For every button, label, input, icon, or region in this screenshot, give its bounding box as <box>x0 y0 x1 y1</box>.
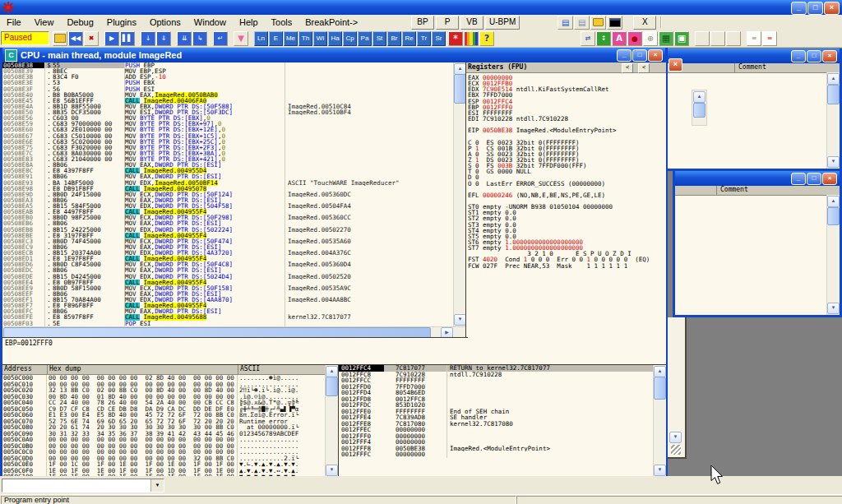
disasm-row[interactable]: 00508E59.C683 97000000 00MOV BYTE PTR DS… <box>2 121 453 127</box>
letter-a-icon[interactable]: A <box>612 31 627 46</box>
pane-button-ln[interactable]: Ln <box>254 31 268 46</box>
stack-row[interactable]: 0012FFE47C839AD8SE handler <box>339 414 666 421</box>
minimize-button[interactable]: _ <box>791 173 806 185</box>
scrollbar-thumb[interactable] <box>693 103 706 118</box>
console-icon[interactable] <box>607 16 622 30</box>
menu-item-options[interactable]: Options <box>143 16 187 29</box>
disasm-row[interactable]: 00508E60.C683 2E010000 00MOV BYTE PTR DS… <box>2 127 453 132</box>
spiral-icon[interactable]: ◎ <box>643 31 658 46</box>
register-line[interactable]: EIP 0050BE38 ImageRed.<ModuleEntryPoint> <box>468 127 666 133</box>
disasm-row[interactable]: 00508E3E.53PUSH EBX <box>2 80 453 86</box>
breakpoint-gear-icon[interactable]: * <box>448 31 463 46</box>
disassembly-scrollbar[interactable]: ▲ ▼ <box>453 62 466 326</box>
stack-row[interactable]: 0012FFE87C817080kernel32.7C817080 <box>339 421 666 428</box>
go-to-address-icon[interactable]: ▼ <box>234 31 248 46</box>
disasm-row[interactable]: 00508E98.E8 DB91F8FFCALL ImageRed.004950… <box>2 186 453 192</box>
minimize-button[interactable]: _ <box>791 2 807 15</box>
scrollbar[interactable]: ▲ ▼ <box>826 72 840 169</box>
registers-pane[interactable]: Registers (FPU) < < EAX 00000000ECX 0012… <box>465 62 666 364</box>
disasm-row[interactable]: 00508E83.C683 21040000 00MOV BYTE PTR DS… <box>2 156 453 162</box>
doc-lines-icon[interactable]: ≡ <box>747 31 761 46</box>
step-into-icon[interactable]: ↓ <box>141 31 155 46</box>
updown-green-icon[interactable]: ↕ <box>596 31 611 46</box>
disassembly-pane[interactable]: 00508E38$55PUSH EBP00508E39.8BECMOV EBP,… <box>2 62 453 326</box>
register-line[interactable]: O 0 LastErr ERROR_SUCCESS (00000000) <box>468 181 666 187</box>
pane-button-me[interactable]: Me <box>284 31 298 46</box>
dump-scrollbar[interactable]: ▲ ▼ <box>325 365 338 477</box>
stack-row[interactable]: 0012FFD07FFD7000 <box>339 384 666 391</box>
menu-item-breakpoint[interactable]: BreakPoint-> <box>298 16 364 29</box>
register-line[interactable]: T 0 GS 0000 NULL <box>468 169 666 174</box>
animate-over-icon[interactable]: ↳ <box>192 31 207 46</box>
pane-button-tr[interactable]: Tr <box>417 31 431 46</box>
menu-item-window[interactable]: Window <box>187 16 233 29</box>
stack-row[interactable]: 0012FFC87C910228ntdll.7C910228 <box>339 372 666 378</box>
disasm-row[interactable]: 00508EFE.E8 8597F8FFCALL ImageRed.004956… <box>2 314 453 320</box>
disasm-row[interactable]: 00508E6E.C683 5C020000 00MOV BYTE PTR DS… <box>2 139 453 145</box>
menu-button-bp[interactable]: BP <box>411 16 434 30</box>
maximize-button[interactable]: □ <box>632 49 647 62</box>
disasm-row[interactable]: 00508E40.B8 B0BA5000MOV EAX,ImageRed.005… <box>2 92 453 98</box>
register-line[interactable]: EDI 7C910228 ntdll.7C910228 <box>468 116 666 122</box>
disasm-row[interactable]: 00508E93.BA 14BF5000MOV EDX,ImageRed.005… <box>2 180 453 186</box>
close-program-icon[interactable]: ✖ <box>84 31 99 46</box>
minimize-button[interactable]: _ <box>617 49 632 62</box>
scroll-up-icon[interactable]: ▲ <box>454 63 466 75</box>
menu-item-file[interactable]: File <box>0 16 28 29</box>
menu-item-tools[interactable]: Tools <box>265 16 299 29</box>
scroll-up-icon[interactable]: ▲ <box>827 196 840 207</box>
disasm-row[interactable]: 00508EA3.8B06MOV EAX,DWORD PTR DS:[ESI] <box>2 197 453 203</box>
child-window-1[interactable]: _ □ × × Comment ▲ ▲ ▼ <box>663 49 842 171</box>
child-window-3-sliver[interactable]: ▼ <box>668 317 687 459</box>
command-combobox[interactable]: ▼ <box>2 479 164 492</box>
stack-row[interactable]: 0012FFF80050BE38ImageRed.<ModuleEntryPoi… <box>339 446 666 452</box>
scroll-down-icon[interactable]: ▼ <box>669 432 682 443</box>
pause-icon[interactable]: ▌▌ <box>120 31 135 46</box>
disasm-row[interactable]: 00508EB6.8B06MOV EAX,DWORD PTR DS:[ESI] <box>2 220 453 226</box>
scrollbar-thumb[interactable] <box>654 377 666 400</box>
scrollbar-thumb[interactable] <box>827 207 840 225</box>
scrollbar-thumb[interactable] <box>326 377 338 396</box>
stack-row[interactable]: 0012FFE0FFFFFFFFEnd of SEH chain <box>339 409 666 415</box>
pane-button-ha[interactable]: Ha <box>328 31 342 46</box>
disasm-row[interactable]: 00508EDC.8B06MOV EAX,DWORD PTR DS:[ESI] <box>2 267 453 273</box>
scroll-down-icon[interactable]: ▼ <box>827 303 840 314</box>
child-window-2[interactable]: _ □ × Comment ▲ ▼ <box>673 171 842 317</box>
stack-row[interactable]: 0012FFF000000000 <box>339 433 666 440</box>
disasm-row[interactable]: 00508EEF.8B06MOV EAX,DWORD PTR DS:[ESI] <box>2 291 453 297</box>
maximize-button[interactable]: □ <box>807 2 823 15</box>
scroll-up-icon[interactable]: ▲ <box>827 73 840 85</box>
child-window-1-titlebar[interactable]: _ □ × <box>665 49 840 63</box>
execute-till-return-icon[interactable]: ↵ <box>213 31 228 46</box>
restart-icon[interactable]: ◀◀ <box>68 31 83 46</box>
scroll-down-icon[interactable]: ▼ <box>454 314 466 326</box>
scroll-down-icon[interactable]: ▼ <box>654 465 666 476</box>
disasm-row[interactable]: 00508E9D.8B0D 24F15000MOV ECX,DWORD PTR … <box>2 192 453 197</box>
register-line[interactable]: FCW 027F Prec NEAR,53 Mask 1 1 1 1 1 1 <box>468 263 666 269</box>
menu-item-plugins[interactable]: Plugins <box>100 16 143 29</box>
disasm-row[interactable]: 00508EB8.8B15 24225000MOV EDX,DWORD PTR … <box>2 227 453 233</box>
open-folder-icon[interactable] <box>590 16 606 30</box>
mini-scrollbar[interactable]: ▲ <box>692 90 707 126</box>
disasm-row[interactable]: 00508EE4.E8 0B97F8FFCALL ImageRed.004955… <box>2 280 453 285</box>
disasm-row[interactable]: 00508E39.8BECMOV EBP,ESP <box>2 68 453 74</box>
disasm-row[interactable]: 00508E67.C683 C5010000 00MOV BYTE PTR DS… <box>2 133 453 139</box>
close-icon[interactable]: × <box>669 58 682 72</box>
close-button[interactable]: × <box>824 2 840 15</box>
run-icon[interactable]: ▶ <box>104 31 119 46</box>
menu-button-p[interactable]: P <box>436 16 459 30</box>
disasm-row[interactable]: 00508E91.8B06MOV EAX,DWORD PTR DS:[ESI] <box>2 173 453 179</box>
disasm-row[interactable]: 00508ED6.8B0D C8F45000MOV ECX,DWORD PTR … <box>2 261 453 267</box>
empty-button-3[interactable] <box>726 31 741 46</box>
disasm-row[interactable]: 00508E7C.C683 8A030000 00MOV BYTE PTR DS… <box>2 150 453 156</box>
disasm-row[interactable]: 00508E38$55PUSH EBP <box>2 62 453 68</box>
pane-button-sr[interactable]: Sr <box>432 31 446 46</box>
disasm-row[interactable]: 00508EDE.8B15 D4245000MOV EDX,DWORD PTR … <box>2 274 453 280</box>
cpu-window[interactable]: C CPU - main thread, module ImageRed _ □… <box>0 48 668 479</box>
swap-arrows-icon[interactable]: ⇄ <box>581 31 595 46</box>
registers-prev-button[interactable]: < <box>622 63 633 73</box>
minimize-button[interactable]: _ <box>791 50 806 62</box>
disasm-row[interactable]: 00508EC9.8B06MOV EAX,DWORD PTR DS:[ESI] <box>2 244 453 250</box>
disasm-row[interactable]: 00508E8A.8B06MOV EAX,DWORD PTR DS:[ESI] <box>2 162 453 168</box>
disasm-row[interactable]: 00508E4A.8B1D 88F55000MOV EBX,DWORD PTR … <box>2 104 453 109</box>
